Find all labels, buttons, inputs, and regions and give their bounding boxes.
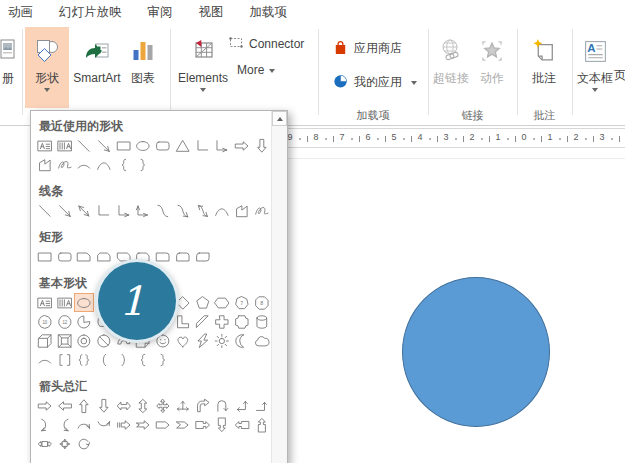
ribbon-tab-1[interactable]: 幻灯片放映 [59,4,122,21]
shape-striped-right-arrow[interactable] [114,415,134,434]
shape-cross[interactable] [212,312,232,331]
photo-album-button-partial[interactable]: 册 [0,27,18,108]
shape-down-arrow-callout[interactable] [212,415,232,434]
shape-elbow-connector[interactable] [94,201,114,220]
shape-freeform[interactable] [232,201,252,220]
shape-bent-up-arrow[interactable] [252,396,272,415]
shape-left-right-arrow[interactable] [114,396,134,415]
shape-right-bracket[interactable] [114,350,134,369]
shape-cloud[interactable] [252,331,272,350]
shape-elbow-arrow-connector[interactable] [114,201,134,220]
shape-rectangle[interactable] [114,136,134,155]
shape-chevron[interactable] [173,415,193,434]
shape-double-bracket[interactable] [55,350,75,369]
shape-vertical-text-box[interactable] [55,293,75,312]
shape-up-down-arrow[interactable] [133,396,153,415]
text-box-button[interactable]: A 文本框 [576,27,614,108]
shape-circular-arrow[interactable] [74,434,94,453]
shapes-button[interactable]: 形状 [25,27,69,108]
shape-elbow-arrow-connector[interactable] [212,136,232,155]
shape-oval[interactable] [133,136,153,155]
shape-text-box[interactable] [35,136,55,155]
shape-lightning-bolt[interactable] [193,331,213,350]
shape-curved-double-arrow-connector[interactable] [193,201,213,220]
shape-u-turn-arrow[interactable] [212,396,232,415]
shape-curve[interactable] [212,201,232,220]
ribbon-tab-2[interactable]: 审阅 [148,4,173,21]
shape-dodecagon[interactable]: 12 [55,312,75,331]
ribbon-tab-4[interactable]: 加载项 [250,4,288,21]
shape-arc[interactable] [35,350,55,369]
shape-curved-arrow-connector[interactable] [173,201,193,220]
shape-right-brace[interactable] [153,350,173,369]
shape-curved-up-arrow[interactable] [74,415,94,434]
shape-cube[interactable] [35,331,55,350]
shape-curved-connector[interactable] [153,201,173,220]
shape-curved-down-arrow[interactable] [94,415,114,434]
smartart-button[interactable]: SmartArt [70,27,124,108]
shape-round-same-side-corner-rectangle[interactable] [173,247,193,266]
shape-curved-right-arrow[interactable] [35,415,55,434]
shape-regular-pentagon[interactable] [193,293,213,312]
shape-left-right-arrow-callout[interactable] [35,434,55,453]
shape-moon[interactable] [232,331,252,350]
shape-left-right-up-arrow[interactable] [173,396,193,415]
shape-left-arrow-callout[interactable] [232,415,252,434]
shape-left-brace[interactable] [133,350,153,369]
comment-button[interactable]: 批注 [522,27,566,108]
shape-oval[interactable] [74,293,94,312]
shape-down-arrow[interactable] [252,136,272,155]
shape-notched-right-arrow[interactable] [133,415,153,434]
shape-elbow-connector[interactable] [193,136,213,155]
shape-snip-same-side-corner-rectangle[interactable] [94,247,114,266]
shape-quad-arrow-callout[interactable] [55,434,75,453]
shape-rectangle[interactable] [35,247,55,266]
shape-text-box[interactable] [35,293,55,312]
shape-vertical-text-box[interactable] [55,136,75,155]
shape-bent-arrow[interactable] [193,396,213,415]
shape-left-bracket[interactable] [94,350,114,369]
shape-snip-single-corner-rectangle[interactable] [74,247,94,266]
connector-button[interactable]: Connector [228,35,304,53]
shape-hexagon[interactable] [212,293,232,312]
elements-button[interactable]: Elements [174,27,232,108]
shape-left-up-arrow[interactable] [232,396,252,415]
shape-can[interactable] [252,312,272,331]
shape-left-brace[interactable] [114,155,134,174]
shape-line[interactable] [35,201,55,220]
shape-left-arrow[interactable] [55,396,75,415]
shape-heptagon[interactable]: 7 [232,293,252,312]
shape-decagon[interactable]: 10 [35,312,55,331]
hyperlink-button[interactable]: 超链接 [430,27,472,108]
shape-rounded-rectangle[interactable] [153,136,173,155]
shape-octagon[interactable]: 8 [252,293,272,312]
shape-pentagon-arrow[interactable] [153,415,173,434]
shape-scribble[interactable] [252,201,272,220]
action-button[interactable]: 动作 [474,27,510,108]
shape-arrow[interactable] [55,201,75,220]
shape-round-diagonal-corner-rectangle[interactable] [193,247,213,266]
header-footer-button-partial[interactable]: 页 [614,67,625,84]
shape-down-arrow[interactable] [94,396,114,415]
shape-isosceles-triangle[interactable] [173,136,193,155]
shape-plaque[interactable] [232,312,252,331]
shape-arc[interactable] [74,155,94,174]
shape-right-arrow[interactable] [35,396,55,415]
shape-donut[interactable] [74,331,94,350]
shape-elbow-double-arrow-connector[interactable] [133,201,153,220]
shape-double-brace[interactable] [74,350,94,369]
shape-freeform[interactable] [35,155,55,174]
shape-rounded-rectangle[interactable] [55,247,75,266]
more-button[interactable]: More [237,63,275,77]
ribbon-tab-3[interactable]: 视图 [199,4,224,21]
shape-diagonal-stripe[interactable] [193,312,213,331]
shape-arrow[interactable] [94,136,114,155]
shape-curved-left-arrow[interactable] [55,415,75,434]
shape-up-arrow[interactable] [74,396,94,415]
shape-pie[interactable] [74,312,94,331]
shape-right-brace[interactable] [133,155,153,174]
shape-quad-arrow[interactable] [153,396,173,415]
shape-line[interactable] [74,136,94,155]
shape-scribble[interactable] [55,155,75,174]
slide-oval-shape[interactable] [402,277,550,427]
